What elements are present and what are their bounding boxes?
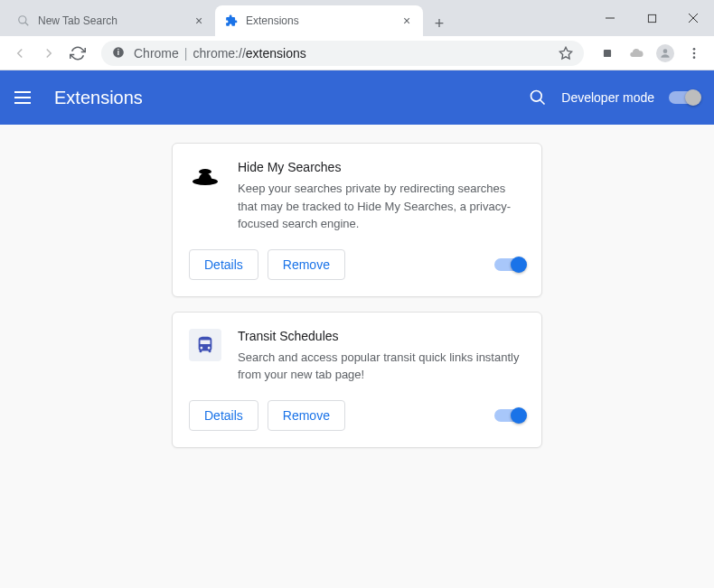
page-title: Extensions bbox=[54, 88, 143, 108]
details-button[interactable]: Details bbox=[189, 400, 258, 431]
extension-puzzle-icon[interactable] bbox=[595, 41, 620, 66]
extensions-list: Hide My Searches Keep your searches priv… bbox=[0, 125, 714, 588]
svg-point-0 bbox=[19, 16, 26, 23]
puzzle-icon bbox=[224, 14, 239, 28]
reload-button[interactable] bbox=[65, 41, 90, 66]
address-bar[interactable]: i Chrome | chrome://extensions bbox=[101, 41, 584, 66]
bookmark-star-icon[interactable] bbox=[559, 46, 573, 61]
tab-title: New Tab Search bbox=[38, 14, 192, 27]
forward-button[interactable] bbox=[36, 41, 61, 66]
remove-button[interactable]: Remove bbox=[268, 249, 345, 280]
extension-cloud-icon[interactable] bbox=[624, 41, 649, 66]
close-window-button[interactable] bbox=[672, 0, 714, 36]
omnibox-path: extensions bbox=[246, 46, 306, 61]
search-icon[interactable] bbox=[529, 89, 547, 107]
minimize-button[interactable] bbox=[589, 0, 631, 36]
svg-rect-3 bbox=[648, 14, 655, 22]
svg-point-10 bbox=[663, 49, 668, 53]
svg-point-17 bbox=[199, 169, 211, 174]
menu-icon[interactable] bbox=[14, 87, 36, 108]
toolbar: i Chrome | chrome://extensions bbox=[0, 36, 714, 70]
developer-mode-toggle[interactable] bbox=[669, 91, 700, 104]
profile-avatar[interactable] bbox=[653, 41, 678, 66]
extension-description: Search and access popular transit quick … bbox=[238, 349, 525, 384]
svg-point-11 bbox=[693, 48, 696, 51]
developer-mode-label: Developer mode bbox=[561, 90, 654, 105]
maximize-button[interactable] bbox=[631, 0, 672, 36]
svg-point-13 bbox=[693, 56, 696, 59]
bus-icon bbox=[189, 329, 221, 361]
svg-line-1 bbox=[25, 23, 29, 26]
search-icon bbox=[16, 14, 31, 28]
omnibox-path-prefix: chrome:// bbox=[193, 46, 245, 61]
svg-point-14 bbox=[531, 91, 542, 102]
extension-toggle[interactable] bbox=[494, 409, 525, 422]
tab-title: Extensions bbox=[246, 14, 399, 27]
svg-text:i: i bbox=[117, 48, 119, 56]
omnibox-origin: Chrome bbox=[134, 46, 179, 61]
remove-button[interactable]: Remove bbox=[268, 400, 345, 431]
site-info-icon[interactable]: i bbox=[112, 46, 127, 61]
new-tab-button[interactable]: + bbox=[427, 11, 452, 36]
extension-name: Hide My Searches bbox=[238, 160, 525, 174]
close-icon[interactable]: × bbox=[399, 14, 414, 28]
titlebar: New Tab Search × Extensions × + bbox=[0, 0, 714, 36]
extension-card-hide-my-searches: Hide My Searches Keep your searches priv… bbox=[172, 143, 542, 297]
extension-name: Transit Schedules bbox=[238, 329, 525, 343]
extension-description: Keep your searches private by redirectin… bbox=[238, 180, 525, 233]
details-button[interactable]: Details bbox=[189, 249, 258, 280]
tab-new-tab-search[interactable]: New Tab Search × bbox=[7, 5, 215, 36]
svg-line-15 bbox=[540, 100, 545, 105]
extension-toggle[interactable] bbox=[494, 258, 525, 271]
hat-icon bbox=[189, 160, 221, 192]
extensions-header: Extensions Developer mode bbox=[0, 70, 714, 125]
close-icon[interactable]: × bbox=[192, 14, 206, 28]
svg-marker-8 bbox=[559, 47, 571, 59]
extension-card-transit-schedules: Transit Schedules Search and access popu… bbox=[172, 312, 542, 448]
svg-point-12 bbox=[693, 51, 696, 54]
tab-extensions[interactable]: Extensions × bbox=[215, 5, 423, 36]
back-button[interactable] bbox=[7, 41, 33, 66]
svg-rect-9 bbox=[604, 49, 611, 56]
menu-kebab-icon[interactable] bbox=[681, 41, 707, 66]
